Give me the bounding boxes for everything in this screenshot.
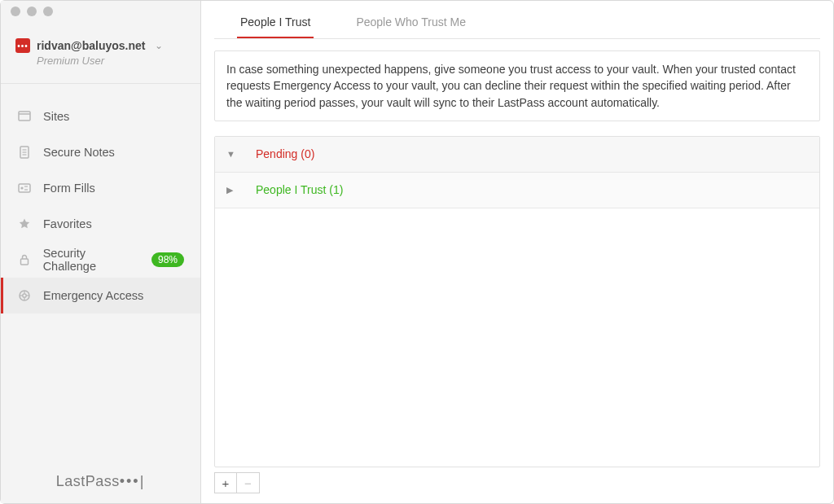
chevron-right-icon: ▶ bbox=[226, 185, 238, 195]
group-people-i-trust[interactable]: ▶ People I Trust (1) bbox=[215, 173, 819, 208]
main-panel: People I Trust People Who Trust Me In ca… bbox=[201, 1, 833, 503]
star-icon bbox=[17, 217, 32, 230]
svg-rect-6 bbox=[19, 184, 30, 192]
account-block[interactable]: ••• ridvan@baluyos.net ⌄ Premium User bbox=[1, 33, 200, 84]
sidebar-item-sites[interactable]: Sites bbox=[1, 99, 200, 134]
sidebar-item-label: Security Challenge bbox=[43, 247, 140, 273]
svg-rect-0 bbox=[19, 112, 30, 121]
close-icon[interactable] bbox=[11, 7, 20, 16]
svg-point-7 bbox=[20, 186, 23, 189]
brand-logo: LastPass•••| bbox=[1, 462, 200, 503]
sidebar-item-favorites[interactable]: Favorites bbox=[1, 206, 200, 242]
group-trusted-label: People I Trust (1) bbox=[256, 183, 343, 196]
sidebar-item-label: Favorites bbox=[43, 217, 92, 230]
form-fills-icon bbox=[17, 182, 32, 195]
sidebar-item-label: Emergency Access bbox=[43, 289, 143, 302]
sidebar-item-label: Form Fills bbox=[43, 182, 95, 195]
sidebar-item-secure-notes[interactable]: Secure Notes bbox=[1, 134, 200, 170]
lastpass-icon: ••• bbox=[15, 38, 30, 53]
tab-bar: People I Trust People Who Trust Me bbox=[237, 6, 820, 39]
app-window: ••• ridvan@baluyos.net ⌄ Premium User Si… bbox=[0, 0, 834, 504]
tab-people-who-trust-me[interactable]: People Who Trust Me bbox=[353, 6, 469, 39]
sidebar-item-label: Sites bbox=[43, 110, 69, 123]
remove-button[interactable]: − bbox=[237, 472, 260, 493]
group-pending-label: Pending (0) bbox=[256, 147, 314, 160]
account-tier: Premium User bbox=[37, 55, 186, 67]
security-badge: 98% bbox=[151, 252, 184, 267]
sidebar-nav: Sites Secure Notes Form Fills bbox=[1, 84, 200, 462]
window-controls bbox=[11, 7, 53, 16]
sites-icon bbox=[17, 110, 32, 123]
sidebar-item-form-fills[interactable]: Form Fills bbox=[1, 170, 200, 206]
sidebar: ••• ridvan@baluyos.net ⌄ Premium User Si… bbox=[1, 1, 201, 503]
sidebar-item-security-challenge[interactable]: Security Challenge 98% bbox=[1, 242, 200, 278]
chevron-down-icon: ▼ bbox=[226, 149, 238, 159]
minimize-icon[interactable] bbox=[27, 7, 37, 16]
sidebar-item-emergency-access[interactable]: Emergency Access bbox=[1, 278, 200, 313]
svg-point-12 bbox=[23, 294, 26, 297]
contacts-list: ▼ Pending (0) ▶ People I Trust (1) bbox=[214, 136, 820, 467]
list-empty-area bbox=[215, 208, 819, 467]
lifebuoy-icon bbox=[17, 289, 32, 302]
tab-divider bbox=[214, 38, 820, 39]
svg-rect-10 bbox=[20, 259, 28, 265]
tab-people-i-trust[interactable]: People I Trust bbox=[237, 6, 314, 39]
list-action-row: + − bbox=[214, 472, 820, 493]
sidebar-item-label: Secure Notes bbox=[43, 146, 115, 159]
lock-icon bbox=[17, 253, 32, 266]
add-button[interactable]: + bbox=[214, 472, 237, 493]
account-email: ridvan@baluyos.net bbox=[37, 39, 145, 52]
group-pending[interactable]: ▼ Pending (0) bbox=[215, 137, 819, 173]
maximize-icon[interactable] bbox=[43, 7, 53, 16]
description-text: In case something unexpected happens, gi… bbox=[214, 50, 820, 121]
chevron-down-icon: ⌄ bbox=[155, 40, 163, 51]
notes-icon bbox=[17, 146, 32, 159]
